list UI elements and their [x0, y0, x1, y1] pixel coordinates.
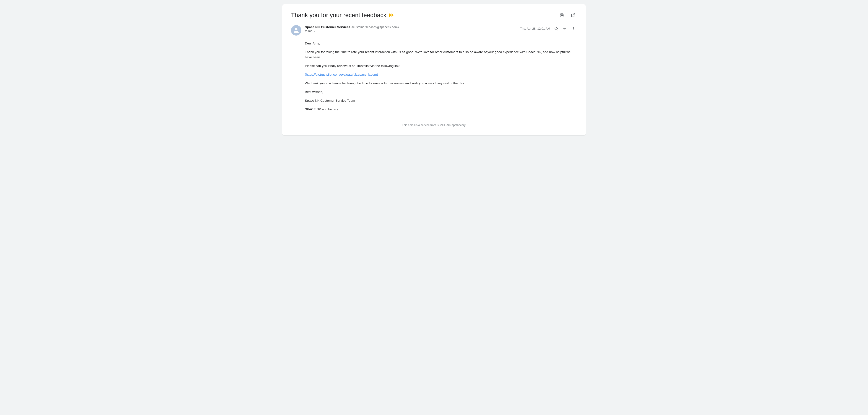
more-options-button[interactable] — [570, 25, 577, 32]
action-icons — [553, 25, 577, 32]
sender-row: Space NK Customer Services <customerserv… — [291, 25, 577, 35]
svg-rect-2 — [561, 16, 563, 17]
email-header: Thank you for your recent feedback — [291, 11, 577, 19]
timestamp: Thu, Apr 28, 12:01 AM — [520, 27, 550, 30]
sender-info: Space NK Customer Services <customerserv… — [305, 25, 399, 33]
to-me-text: to me — [305, 29, 312, 33]
open-new-window-button[interactable] — [569, 11, 577, 19]
svg-point-6 — [573, 28, 574, 29]
subject-text: Thank you for your recent feedback — [291, 12, 386, 19]
email-subject: Thank you for your recent feedback — [291, 12, 394, 19]
paragraph2: Please can you kindly review us on Trust… — [305, 63, 577, 68]
svg-marker-1 — [392, 13, 394, 17]
trustpilot-link[interactable]: (https://uk.trustpilot.com/evaluate/uk.s… — [305, 72, 378, 76]
svg-point-7 — [573, 29, 574, 30]
sender-name: Space NK Customer Services — [305, 25, 350, 29]
svg-marker-0 — [390, 13, 392, 17]
brand: SPACE.NK.apothecary — [305, 107, 577, 112]
header-actions — [558, 11, 577, 19]
svg-marker-4 — [555, 27, 558, 30]
svg-line-3 — [573, 14, 575, 16]
link-paragraph: (https://uk.trustpilot.com/evaluate/uk.s… — [305, 72, 577, 77]
paragraph1: Thank you for taking the time to rate yo… — [305, 50, 577, 60]
sender-left: Space NK Customer Services <customerserv… — [291, 25, 399, 35]
greeting: Dear Amy, — [305, 41, 577, 46]
footer-text: This email is a service from SPACE.NK.ap… — [291, 123, 577, 127]
chevron-down-icon — [313, 31, 315, 32]
print-button[interactable] — [558, 11, 566, 19]
sender-right: Thu, Apr 28, 12:01 AM — [520, 25, 577, 32]
email-container: Thank you for your recent feedback — [282, 4, 586, 135]
to-me-row[interactable]: to me — [305, 29, 399, 33]
forward-arrow-icon — [390, 13, 394, 17]
team-name: Space NK Customer Service Team — [305, 98, 577, 103]
star-button[interactable] — [553, 25, 560, 32]
divider — [291, 119, 577, 119]
sender-email: <customerservices@spacenk.com> — [351, 25, 399, 29]
sign-off: Best wishes, — [305, 89, 577, 94]
svg-point-5 — [573, 27, 574, 28]
sender-name-row: Space NK Customer Services <customerserv… — [305, 25, 399, 29]
email-content: Dear Amy, Thank you for taking the time … — [305, 41, 577, 112]
avatar — [291, 25, 301, 35]
email-body: Dear Amy, Thank you for taking the time … — [291, 41, 577, 112]
paragraph3: We thank you in advance for taking the t… — [305, 81, 577, 86]
reply-button[interactable] — [561, 25, 568, 32]
